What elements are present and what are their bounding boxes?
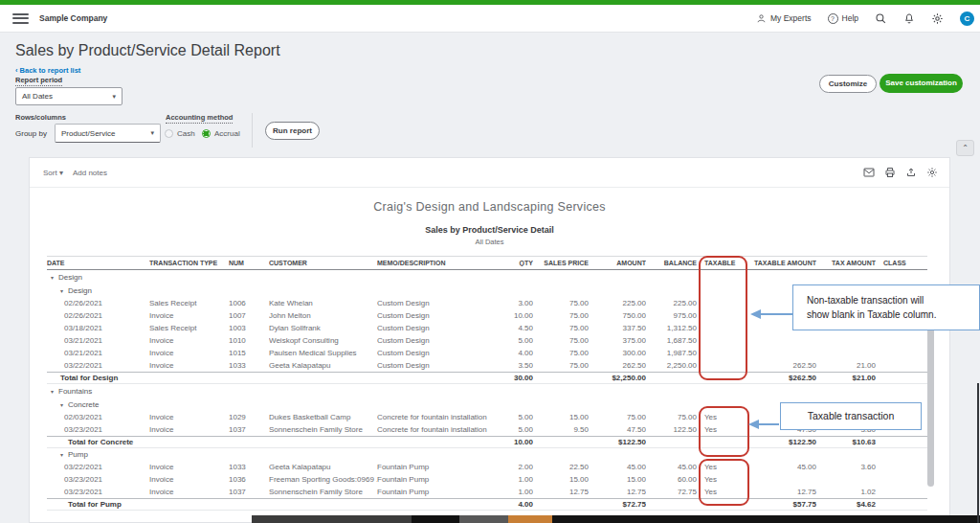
table-row[interactable]: 03/23/2021Invoice1036Freeman Sporting Go…	[47, 473, 927, 486]
search-icon[interactable]	[875, 12, 887, 25]
cell-balance: 1,312.50	[646, 324, 697, 332]
cell-type: Invoice	[149, 311, 229, 320]
cell-balance: 2,250.00	[646, 361, 697, 370]
cell-balance: 122.50	[646, 425, 697, 434]
hamburger-menu-icon[interactable]	[12, 13, 29, 24]
cell-balance: 1,987.50	[646, 349, 697, 357]
cell-type: Sales Receipt	[149, 324, 229, 332]
back-chevron-icon: ‹	[15, 66, 18, 75]
cell-taxamt: 3.60	[816, 463, 876, 471]
my-experts-button[interactable]: My Experts	[756, 13, 812, 24]
column-header: NUM	[229, 260, 269, 266]
cell-type: Invoice	[149, 349, 229, 357]
cell-txblamt: 12.75	[749, 488, 816, 496]
taskbar-segment	[252, 515, 412, 523]
group-label: Design	[58, 273, 82, 282]
settings-gear-icon[interactable]	[931, 12, 944, 25]
cell-type: Invoice	[149, 361, 229, 370]
taskbar-segment	[552, 515, 980, 523]
group-by-select[interactable]: Product/Service ▾	[55, 124, 161, 143]
cell-taxamt: 21.00	[816, 361, 876, 370]
cell-amount: 750.00	[589, 311, 646, 320]
cell-balance: 225.00	[646, 299, 697, 307]
table-row[interactable]: 03/23/2021Invoice1037Sonnenschein Family…	[47, 486, 927, 498]
customize-button[interactable]: Customize	[819, 75, 877, 93]
help-button[interactable]: ? Help	[828, 13, 858, 24]
table-row[interactable]: 03/22/2021Invoice1033Geeta KalapatapuCus…	[47, 359, 927, 372]
table-row[interactable]: 03/21/2021Invoice1010Weiskopf Consulting…	[47, 334, 927, 347]
cell-num: 1015	[229, 349, 269, 357]
collapse-triangle-icon[interactable]: ▾	[60, 287, 63, 294]
cell-date: 02/26/2021	[47, 299, 149, 307]
run-report-button[interactable]: Run report	[265, 122, 320, 140]
cell-memo: Custom Design	[377, 311, 497, 320]
add-notes-button[interactable]: Add notes	[73, 169, 107, 177]
notifications-bell-icon[interactable]	[903, 12, 915, 25]
cell-date: 03/22/2021	[47, 463, 149, 471]
cell-qty: 5.00	[497, 336, 533, 345]
total-cell: 4.00	[497, 500, 533, 509]
report-period-select[interactable]: All Dates ▾	[15, 87, 122, 105]
report-settings-gear-icon[interactable]	[926, 167, 938, 178]
print-icon[interactable]	[884, 167, 896, 178]
cell-num: 1029	[229, 413, 269, 421]
qbo-report-page: Sample Company My Experts ? Help C	[0, 0, 980, 523]
column-header: QTY	[497, 260, 533, 266]
taskbar-segment	[459, 515, 508, 523]
cell-date: 03/21/2021	[47, 336, 149, 345]
total-cell: $21.00	[816, 374, 876, 382]
cell-taxable: Yes	[697, 488, 749, 496]
sort-dropdown[interactable]: Sort ▾	[43, 169, 63, 177]
cash-radio[interactable]: Cash	[165, 129, 195, 138]
taskbar-segment	[412, 515, 459, 523]
collapse-triangle-icon[interactable]: ▾	[51, 274, 54, 281]
user-avatar[interactable]: C	[960, 11, 974, 26]
cell-qty: 4.00	[497, 349, 533, 357]
table-row[interactable]: 03/22/2021Invoice1033Geeta KalapatapuFou…	[47, 461, 927, 473]
group-row[interactable]: ▾Pump	[47, 448, 927, 461]
total-row: Total for Pump4.00$72.75$57.75$4.62	[47, 498, 927, 511]
chevron-down-icon: ▾	[150, 129, 154, 137]
person-icon	[756, 13, 767, 24]
total-cell: $262.50	[749, 374, 816, 382]
accrual-radio[interactable]: Accrual	[202, 129, 240, 138]
cell-amount: 225.00	[589, 299, 646, 307]
cell-taxable: Yes	[697, 425, 749, 434]
cell-amount: 12.75	[589, 488, 646, 496]
page-title: Sales by Product/Service Detail Report	[15, 42, 280, 59]
email-icon[interactable]	[863, 168, 875, 177]
cell-memo: Custom Design	[377, 324, 497, 332]
collapse-triangle-icon[interactable]: ▾	[60, 451, 63, 458]
report-period-label: Report period	[15, 76, 62, 86]
collapse-triangle-icon[interactable]: ▾	[51, 388, 54, 395]
cell-price: 75.00	[533, 361, 589, 370]
report-date-range: All Dates	[30, 238, 949, 246]
cell-date: 03/23/2021	[47, 488, 149, 496]
callout-taxable: Taxable transaction	[780, 402, 922, 430]
back-to-report-list-link[interactable]: ‹ Back to report list	[15, 66, 80, 75]
chevron-up-icon: ⌃	[962, 144, 969, 152]
cell-type: Invoice	[149, 463, 229, 471]
taskbar-strip	[0, 515, 980, 523]
report-title: Sales by Product/Service Detail	[30, 225, 949, 235]
total-label: Total for Concrete	[47, 438, 497, 446]
cell-amount: 337.50	[589, 324, 646, 332]
export-icon[interactable]	[905, 167, 917, 178]
vertical-scrollbar[interactable]	[927, 326, 934, 487]
radio-unchecked-icon	[165, 129, 173, 138]
group-label: Fountains	[58, 387, 92, 396]
cell-balance: 975.00	[646, 311, 697, 320]
group-row[interactable]: ▾Fountains	[47, 384, 927, 398]
group-row[interactable]: ▾Design	[47, 270, 927, 284]
save-customization-button[interactable]: Save customization	[880, 74, 963, 93]
collapse-triangle-icon[interactable]: ▾	[60, 401, 63, 408]
cell-type: Invoice	[149, 488, 229, 496]
cell-memo: Fountain Pump	[377, 488, 497, 496]
column-header: CLASS	[876, 260, 927, 266]
table-header-row: DATETRANSACTION TYPENUMCUSTOMERMEMO/DESC…	[47, 256, 927, 270]
cell-type: Invoice	[149, 413, 229, 421]
accounting-method-label: Accounting method	[166, 113, 233, 124]
report-card: Sort ▾ Add notes Craig's Design and Land	[29, 157, 950, 523]
collapse-header-button[interactable]: ⌃	[956, 140, 974, 156]
table-row[interactable]: 03/21/2021Invoice1015Paulsen Medical Sup…	[47, 347, 927, 359]
